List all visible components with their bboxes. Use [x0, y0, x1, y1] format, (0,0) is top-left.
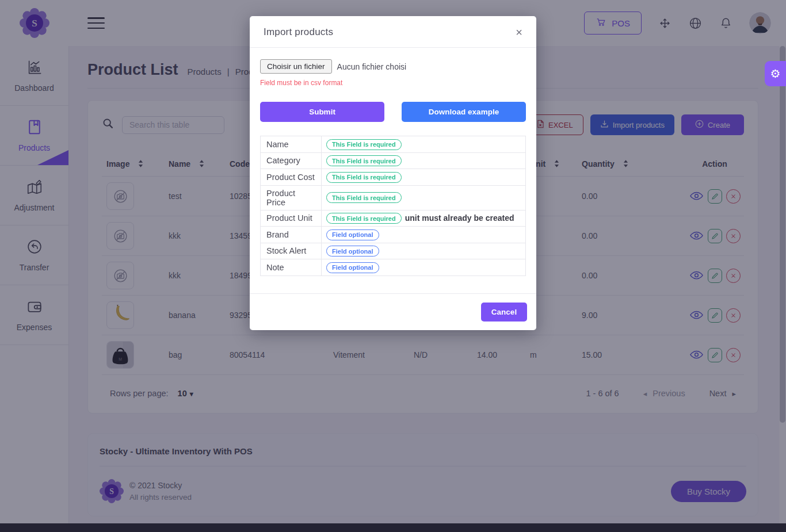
- optional-badge: Field optional: [326, 229, 379, 240]
- field-row-stock-alert: Stock Alert Field optional: [261, 243, 526, 259]
- unit-note: unit must already be created: [405, 213, 514, 223]
- required-badge: This Field is required: [326, 139, 402, 150]
- optional-badge: Field optional: [326, 262, 379, 273]
- file-input[interactable]: Choisir un fichier Aucun fichier choisi: [260, 59, 526, 74]
- import-fields-table: Name This Field is required Category Thi…: [260, 136, 526, 276]
- required-badge: This Field is required: [326, 155, 402, 166]
- required-badge: This Field is required: [326, 192, 402, 203]
- field-row-note: Note Field optional: [261, 259, 526, 276]
- file-status-text: Aucun fichier choisi: [337, 62, 407, 71]
- field-row-category: Category This Field is required: [261, 152, 526, 169]
- download-example-button[interactable]: Download example: [402, 102, 526, 122]
- settings-gear-icon[interactable]: ⚙: [765, 61, 786, 86]
- field-row-product-price: Product Price This Field is required: [261, 185, 526, 210]
- submit-button[interactable]: Submit: [260, 102, 384, 122]
- close-icon[interactable]: ×: [516, 26, 522, 38]
- modal-title: Import products: [264, 26, 333, 38]
- field-row-product-unit: Product Unit This Field is requiredunit …: [261, 210, 526, 227]
- cancel-button[interactable]: Cancel: [481, 303, 527, 322]
- field-row-name: Name This Field is required: [261, 136, 526, 153]
- choose-file-button[interactable]: Choisir un fichier: [260, 59, 332, 74]
- csv-format-hint: Field must be in csv format: [260, 79, 526, 87]
- field-row-brand: Brand Field optional: [261, 227, 526, 243]
- optional-badge: Field optional: [326, 246, 379, 257]
- field-row-product-cost: Product Cost This Field is required: [261, 169, 526, 186]
- required-badge: This Field is required: [326, 172, 402, 183]
- required-badge: This Field is required: [326, 213, 402, 224]
- import-products-modal: Import products × Choisir un fichier Auc…: [250, 16, 536, 330]
